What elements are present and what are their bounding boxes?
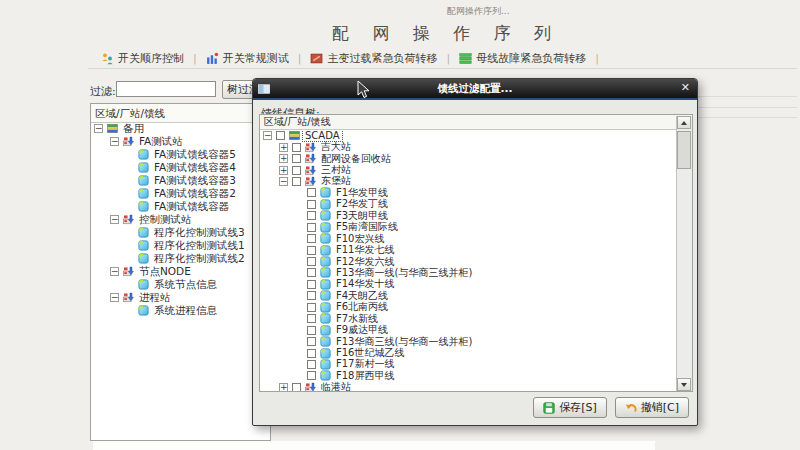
tree-expander-plus[interactable]: +: [279, 143, 288, 152]
dialog-titlebar[interactable]: 馈线过滤配置... ✕: [253, 79, 697, 100]
tree-checkbox[interactable]: [307, 200, 316, 209]
tree-checkbox[interactable]: [292, 177, 301, 186]
tree-node-label[interactable]: FA测试馈线容器3: [152, 174, 238, 188]
feeder-icon: [320, 245, 331, 256]
tree-checkbox[interactable]: [307, 371, 316, 380]
tab-label: 开关顺序控制: [118, 51, 184, 66]
tree-row: −节点NODE: [92, 265, 270, 278]
tab-switch-regular-test[interactable]: 开关常规测试: [197, 51, 298, 66]
tab-label: 开关常规测试: [223, 51, 289, 66]
tree-checkbox[interactable]: [307, 223, 316, 232]
status-strip: [93, 441, 655, 450]
scroll-down-button[interactable]: [677, 378, 691, 391]
tree-checkbox[interactable]: [307, 303, 316, 312]
tree-node-label[interactable]: 临港站: [319, 380, 353, 391]
tree-node-label[interactable]: FA测试站: [137, 135, 185, 149]
feeder-icon: [138, 253, 149, 264]
feeder-icon: [320, 325, 331, 336]
tree-node-label[interactable]: 程序化控制测试线2: [152, 252, 247, 266]
tree-header: 区域/厂站/馈线: [260, 115, 692, 130]
tree-node-label[interactable]: 系统节点信息: [152, 278, 219, 292]
tree-checkbox[interactable]: [307, 211, 316, 220]
tree-row: F4天朗乙线: [261, 290, 677, 301]
feeder-icon: [320, 233, 331, 244]
flag-icon: [107, 123, 118, 134]
desktop: { "window": { "title_small": "配网操作序列..."…: [0, 0, 800, 450]
tree-expander-minus[interactable]: −: [263, 131, 272, 140]
tree-expander-plus[interactable]: +: [279, 383, 288, 391]
dialog-app-icon: [258, 84, 270, 94]
dialog-title: 馈线过滤配置...: [253, 82, 697, 96]
feeder-icon: [320, 187, 331, 198]
tree-row: 程序化控制测试线2: [92, 252, 270, 265]
tree-row: 系统节点信息: [92, 278, 270, 291]
tree-checkbox[interactable]: [307, 188, 316, 197]
tree-checkbox[interactable]: [292, 143, 301, 152]
tree-node-label[interactable]: FA测试馈线容器: [152, 200, 231, 214]
tree-row: F7水新线: [261, 313, 677, 324]
tab-busbar-fault-transfer[interactable]: 母线故障紧急负荷转移: [450, 51, 595, 66]
filter-input[interactable]: [116, 81, 216, 97]
tree-rows: −备用−FA测试站FA测试馈线容器5FA测试馈线容器4FA测试馈线容器3FA测试…: [92, 122, 270, 440]
station-icon: [305, 153, 316, 164]
tree-checkbox[interactable]: [276, 131, 285, 140]
tree-checkbox[interactable]: [307, 280, 316, 289]
station-icon: [123, 266, 134, 277]
tree-node-label[interactable]: 系统进程信息: [152, 304, 219, 318]
tab-bar: 开关顺序控制|开关常规测试|主变过载紧急负荷转移|母线故障紧急负荷转移|: [92, 49, 599, 67]
tree-node-label[interactable]: FA测试馈线容器2: [152, 187, 238, 201]
station-icon: [123, 292, 134, 303]
feeder-icon: [138, 188, 149, 199]
tree-rows: −SCADA+吉大站+配网设备回收站+三村站−东堡站F1华发甲线F2华发丁线F3…: [261, 130, 677, 391]
tab-transformer-overload-transfer[interactable]: 主变过载紧急负荷转移: [301, 51, 446, 66]
tree-node-label[interactable]: FA测试馈线容器5: [152, 148, 238, 162]
tree-expander-plus[interactable]: +: [279, 154, 288, 163]
station-icon: [305, 382, 316, 391]
tree-checkbox[interactable]: [307, 234, 316, 243]
tree-checkbox[interactable]: [307, 246, 316, 255]
feeder-icon: [138, 227, 149, 238]
tree-checkbox[interactable]: [292, 383, 301, 391]
close-icon[interactable]: ✕: [681, 81, 690, 94]
tree-checkbox[interactable]: [307, 326, 316, 335]
feeder-icon: [320, 210, 331, 221]
tree-expander-minus[interactable]: −: [110, 137, 119, 146]
tree-node-label[interactable]: 程序化控制测试线3: [152, 226, 247, 240]
station-icon: [305, 176, 316, 187]
tree-node-label[interactable]: 节点NODE: [137, 265, 193, 279]
tree-node-label[interactable]: FA测试馈线容器4: [152, 161, 238, 175]
tree-expander-minus[interactable]: −: [110, 267, 119, 276]
tree-expander-plus[interactable]: +: [279, 166, 288, 175]
feeder-icon: [320, 256, 331, 267]
station-icon: [305, 165, 316, 176]
undo-button[interactable]: 撤销[C]: [615, 397, 689, 418]
tree-checkbox[interactable]: [292, 154, 301, 163]
tree-checkbox[interactable]: [307, 360, 316, 369]
tree-checkbox[interactable]: [307, 257, 316, 266]
tree-expander-minus[interactable]: −: [110, 293, 119, 302]
scrollbar-thumb[interactable]: [677, 131, 691, 169]
scroll-up-button[interactable]: [677, 116, 691, 129]
tree-checkbox[interactable]: [307, 268, 316, 277]
flag-icon: [289, 130, 300, 141]
tree-node-label[interactable]: 控制测试站: [137, 213, 194, 227]
tree-checkbox[interactable]: [307, 291, 316, 300]
overload-transfer-icon: [310, 52, 323, 65]
tree-checkbox[interactable]: [307, 337, 316, 346]
tree-row: F6北南丙线: [261, 302, 677, 313]
tree-checkbox[interactable]: [307, 314, 316, 323]
tree-node-label[interactable]: 进程站: [137, 291, 173, 305]
vertical-scrollbar[interactable]: [676, 116, 692, 391]
tree-row: F10宏兴线: [261, 233, 677, 244]
tree-expander-minus[interactable]: −: [279, 177, 288, 186]
tree-node-label[interactable]: 程序化控制测试线1: [152, 239, 247, 253]
button-label: 撤销[C]: [641, 400, 679, 415]
tree-checkbox[interactable]: [307, 349, 316, 358]
triangle-down-icon: [681, 383, 687, 387]
tree-expander-minus[interactable]: −: [110, 215, 119, 224]
tree-node-label[interactable]: 备用: [121, 122, 146, 136]
tree-checkbox[interactable]: [292, 166, 301, 175]
save-button[interactable]: 保存[S]: [533, 397, 607, 418]
tab-switch-sequence-control[interactable]: 开关顺序控制: [92, 51, 193, 66]
tree-expander-minus[interactable]: −: [94, 124, 103, 133]
